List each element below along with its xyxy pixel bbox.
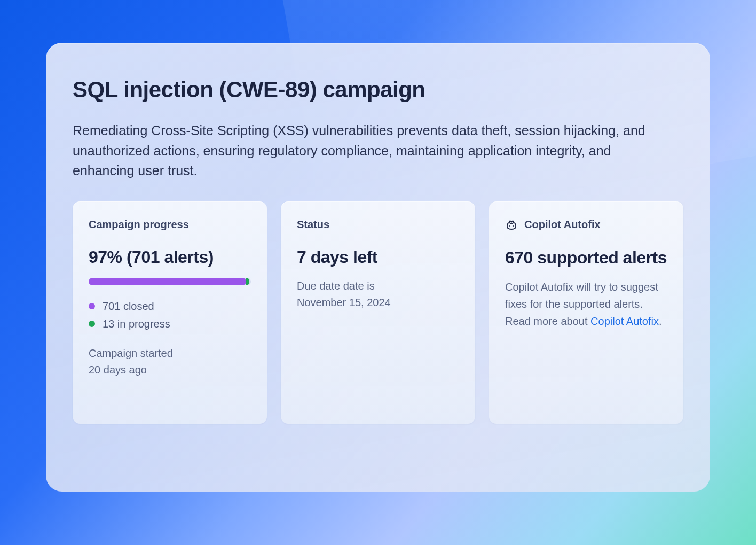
campaign-description: Remediating Cross-Site Scripting (XSS) v… — [73, 121, 649, 181]
autofix-link[interactable]: Copilot Autofix — [590, 315, 659, 327]
dot-inprogress-icon — [89, 321, 95, 327]
page-title: SQL injection (CWE-89) campaign — [73, 77, 683, 103]
card-status-label: Status — [297, 219, 459, 231]
progress-headline: 97% (701 alerts) — [89, 247, 251, 267]
dot-closed-icon — [89, 303, 95, 309]
card-status: Status 7 days left Due date date is Nove… — [281, 201, 475, 424]
svg-point-0 — [509, 225, 510, 226]
card-autofix: Copilot Autofix 670 supported alerts Cop… — [489, 201, 683, 424]
copilot-icon — [505, 219, 518, 231]
campaign-started-line2: 20 days ago — [89, 364, 147, 376]
status-due-line2: November 15, 2024 — [297, 297, 391, 308]
status-due-line1: Due date date is — [297, 280, 375, 292]
campaign-started: Campaign started 20 days ago — [89, 345, 251, 378]
card-progress: Campaign progress 97% (701 alerts) 701 c… — [73, 201, 267, 424]
autofix-body: Copilot Autofix will try to suggest fixe… — [505, 278, 667, 330]
progress-fill-closed — [89, 278, 246, 285]
cards-row: Campaign progress 97% (701 alerts) 701 c… — [73, 201, 683, 424]
campaign-panel: SQL injection (CWE-89) campaign Remediat… — [46, 43, 710, 492]
card-progress-label: Campaign progress — [89, 219, 251, 231]
autofix-body-suffix: . — [659, 315, 662, 327]
legend-closed-text: 701 closed — [103, 300, 154, 313]
legend-inprogress-text: 13 in progress — [103, 318, 170, 330]
status-due: Due date date is November 15, 2024 — [297, 278, 459, 311]
card-autofix-label-row: Copilot Autofix — [505, 219, 667, 231]
legend-inprogress: 13 in progress — [89, 318, 251, 330]
svg-point-1 — [513, 225, 514, 226]
progress-legend: 701 closed 13 in progress — [89, 300, 251, 330]
campaign-started-line1: Campaign started — [89, 347, 173, 359]
progress-bar — [89, 278, 251, 285]
status-headline: 7 days left — [297, 247, 459, 267]
card-autofix-label: Copilot Autofix — [524, 219, 601, 231]
legend-closed: 701 closed — [89, 300, 251, 313]
autofix-headline: 670 supported alerts — [505, 247, 667, 268]
progress-fill-inprogress — [246, 278, 249, 285]
